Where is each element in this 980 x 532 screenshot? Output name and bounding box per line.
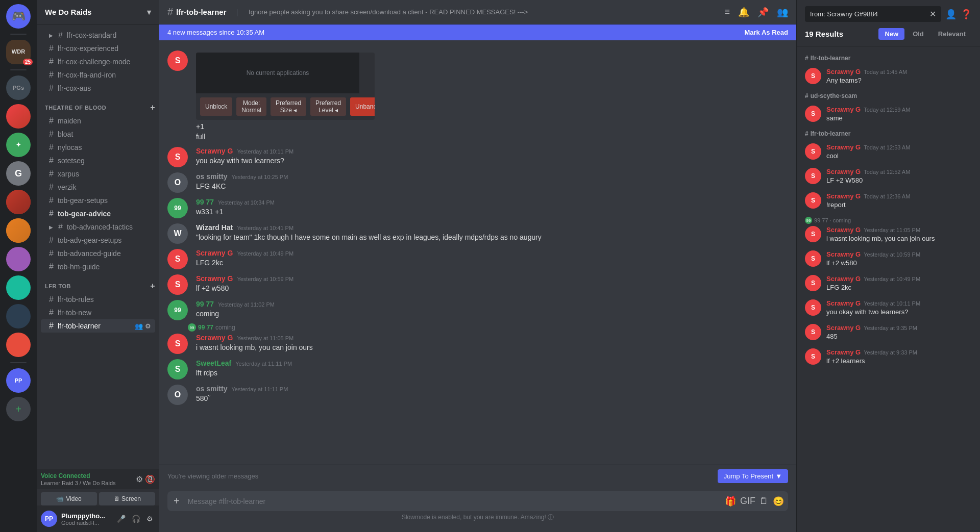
- filter-relevant-button[interactable]: Relevant: [932, 28, 972, 40]
- dm-icon[interactable]: 👤: [945, 9, 957, 20]
- message-author[interactable]: SweetLeaf: [196, 359, 231, 367]
- jump-to-present-button[interactable]: Jump To Present ▼: [718, 469, 788, 483]
- list-item[interactable]: 99 99 77 · coming S Scrawny G Yesterday …: [797, 213, 980, 246]
- pin-icon[interactable]: 📌: [757, 7, 769, 18]
- message-author[interactable]: os smitty: [196, 172, 227, 181]
- channel-lfr-cox-challenge-mode[interactable]: # lfr-cox-challenge-mode: [41, 55, 155, 68]
- category-theatre-of-blood[interactable]: THEATRE OF BLOOD +: [37, 95, 159, 114]
- members-icon[interactable]: 👥: [777, 7, 788, 18]
- avatar[interactable]: S: [167, 334, 188, 354]
- avatar[interactable]: O: [167, 172, 188, 193]
- message-author[interactable]: 99 77: [196, 198, 214, 206]
- unblock-button[interactable]: Unblock: [200, 97, 232, 116]
- list-item[interactable]: S Scrawny G Yesterday at 9:35 PM 485: [797, 320, 980, 344]
- avatar[interactable]: S: [167, 50, 188, 71]
- avatar[interactable]: S: [167, 359, 188, 379]
- server-we-do-raids[interactable]: WDR 25: [6, 40, 31, 64]
- message-author[interactable]: Scrawny G: [196, 147, 233, 155]
- server-s9[interactable]: [6, 333, 31, 357]
- channel-verzik[interactable]: # verzik: [41, 181, 155, 194]
- channel-tob-hm-guide[interactable]: # tob-hm-guide: [41, 260, 155, 273]
- discord-home-icon[interactable]: 🎮: [6, 4, 31, 29]
- list-item[interactable]: S Scrawny G Yesterday at 9:33 PM lf +2 l…: [797, 344, 980, 369]
- server-pp[interactable]: PP: [6, 368, 31, 393]
- server-header[interactable]: We Do Raids ▾: [37, 0, 159, 24]
- add-attachment-icon[interactable]: +: [172, 491, 182, 511]
- headphones-icon[interactable]: 🎧: [130, 513, 142, 525]
- avatar[interactable]: S: [167, 249, 188, 269]
- server-s2[interactable]: ✦: [6, 133, 31, 157]
- avatar[interactable]: 99: [167, 300, 188, 320]
- channel-lfr-cox-ffa-and-iron[interactable]: # lfr-cox-ffa-and-iron: [41, 68, 155, 82]
- server-s7[interactable]: [6, 275, 31, 300]
- channel-lfr-cox-aus[interactable]: # lfr-cox-aus: [41, 82, 155, 95]
- list-item[interactable]: S Scrawny G Today at 1:45 AM Any teams?: [797, 64, 980, 88]
- user-settings-icon[interactable]: ⚙: [144, 513, 155, 525]
- message-author[interactable]: Wizard Hat: [196, 223, 233, 232]
- list-item[interactable]: S Scrawny G Today at 12:36 AM !report: [797, 188, 980, 213]
- channel-sotetseg[interactable]: # sotetseg: [41, 154, 155, 167]
- server-pgs[interactable]: PGs: [6, 75, 31, 100]
- message-input[interactable]: [186, 492, 721, 511]
- channel-bloat[interactable]: # bloat: [41, 128, 155, 141]
- list-item[interactable]: S Scrawny G Yesterday at 10:59 PM lf +2 …: [797, 246, 980, 271]
- filter-new-button[interactable]: New: [878, 28, 904, 40]
- add-server-button[interactable]: +: [6, 397, 31, 421]
- channel-lfr-tob-rules[interactable]: # lfr-tob-rules: [41, 293, 155, 306]
- video-button[interactable]: 📹 Video: [41, 492, 97, 505]
- channel-maiden[interactable]: # maiden: [41, 114, 155, 128]
- channel-tob-adv-gear-setups[interactable]: # tob-adv-gear-setups: [41, 234, 155, 247]
- channel-lfr-tob-new[interactable]: # lfr-tob-new: [41, 306, 155, 319]
- server-s4[interactable]: [6, 190, 31, 214]
- avatar[interactable]: O: [167, 385, 188, 405]
- message-author[interactable]: 99 77: [196, 300, 214, 308]
- notifications-icon[interactable]: 🔔: [738, 7, 749, 18]
- preferred-size-button[interactable]: Preferred Size ◂: [271, 97, 306, 116]
- unband-button[interactable]: Unband: [350, 97, 375, 116]
- disconnect-icon[interactable]: 📵: [145, 474, 155, 484]
- list-item[interactable]: S Scrawny G Yesterday at 10:11 PM you ok…: [797, 295, 980, 320]
- message-author[interactable]: os smitty: [196, 385, 227, 393]
- screen-button[interactable]: 🖥 Screen: [99, 492, 155, 505]
- channel-tob-advanced-guide[interactable]: # tob-advanced-guide: [41, 247, 155, 260]
- avatar[interactable]: S: [167, 147, 188, 167]
- server-s6[interactable]: [6, 247, 31, 271]
- channel-lfr-cox-standard[interactable]: ▶ # lfr-cox-standard: [41, 29, 155, 42]
- avatar[interactable]: PP: [41, 511, 57, 527]
- help-icon[interactable]: ❓: [961, 9, 972, 20]
- server-s8[interactable]: [6, 304, 31, 328]
- server-s5[interactable]: [6, 218, 31, 243]
- message-author[interactable]: Scrawny G: [196, 334, 233, 342]
- voice-settings-icon[interactable]: ⚙: [136, 474, 143, 484]
- emoji-icon[interactable]: 😊: [773, 496, 784, 507]
- gift-icon[interactable]: 🎁: [725, 496, 736, 507]
- list-item[interactable]: S Scrawny G Today at 12:59 AM same: [797, 102, 980, 126]
- sticker-icon[interactable]: 🗒: [760, 496, 769, 506]
- search-close-icon[interactable]: ✕: [929, 9, 936, 19]
- category-lfr-tob[interactable]: LFR TOB +: [37, 273, 159, 293]
- mode-normal-button[interactable]: Mode: Normal: [236, 97, 266, 116]
- list-item[interactable]: S Scrawny G Today at 12:53 AM cool: [797, 139, 980, 164]
- microphone-icon[interactable]: 🎤: [115, 513, 128, 525]
- threads-icon[interactable]: ≡: [724, 7, 730, 17]
- preferred-level-button[interactable]: Preferred Level ◂: [310, 97, 346, 116]
- add-channel-icon[interactable]: +: [150, 103, 155, 112]
- channel-lfr-tob-learner[interactable]: # lfr-tob-learner 👥 ⚙: [41, 319, 155, 333]
- channel-tob-gear-setups[interactable]: # tob-gear-setups: [41, 194, 155, 207]
- mark-as-read-button[interactable]: Mark As Read: [745, 29, 789, 36]
- message-author[interactable]: Scrawny G: [196, 274, 233, 283]
- channel-xarpus[interactable]: # xarpus: [41, 167, 155, 181]
- list-item[interactable]: S Scrawny G Yesterday at 10:49 PM LFG 2k…: [797, 271, 980, 295]
- manage-users-icon[interactable]: 👥: [135, 322, 143, 330]
- search-query-box[interactable]: from: Scrawny G#9884 ✕: [805, 6, 941, 22]
- list-item[interactable]: S Scrawny G Today at 12:52 AM LF +2 W580: [797, 164, 980, 188]
- channel-tob-advanced-tactics[interactable]: ▶ # tob-advanced-tactics: [41, 220, 155, 234]
- server-g[interactable]: G: [6, 161, 31, 186]
- avatar[interactable]: S: [167, 274, 188, 295]
- channel-lfr-cox-experienced[interactable]: # lfr-cox-experienced: [41, 42, 155, 55]
- settings-icon[interactable]: ⚙: [145, 322, 151, 330]
- gif-icon[interactable]: GIF: [740, 496, 755, 506]
- message-author[interactable]: Scrawny G: [196, 249, 233, 257]
- add-channel-icon[interactable]: +: [150, 282, 155, 291]
- channel-tob-gear-advice[interactable]: # tob-gear-advice: [41, 207, 155, 220]
